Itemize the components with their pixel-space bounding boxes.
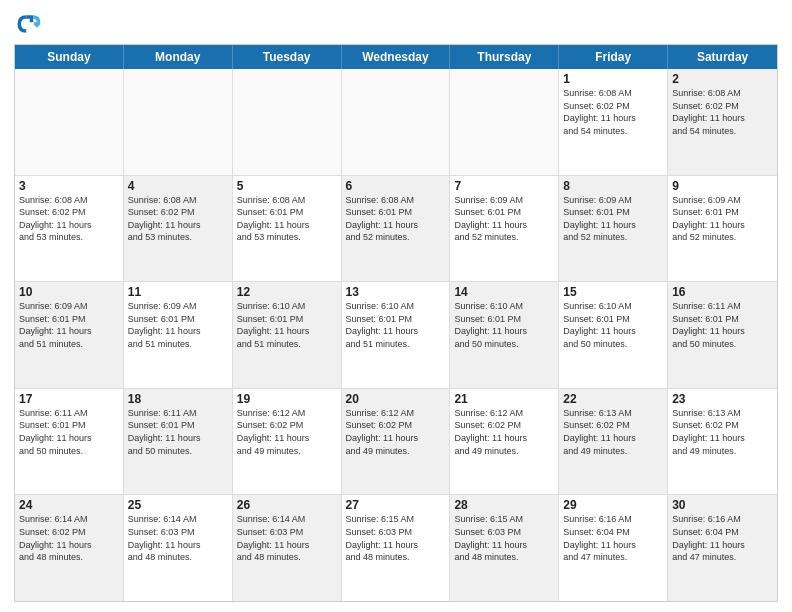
day-info: Sunrise: 6:14 AM Sunset: 6:03 PM Dayligh… xyxy=(237,513,337,563)
day-info: Sunrise: 6:11 AM Sunset: 6:01 PM Dayligh… xyxy=(672,300,773,350)
weekday-header: Sunday xyxy=(15,45,124,69)
calendar-cell: 18Sunrise: 6:11 AM Sunset: 6:01 PM Dayli… xyxy=(124,389,233,495)
day-number: 29 xyxy=(563,498,663,512)
day-number: 10 xyxy=(19,285,119,299)
calendar-cell: 10Sunrise: 6:09 AM Sunset: 6:01 PM Dayli… xyxy=(15,282,124,388)
calendar-cell: 15Sunrise: 6:10 AM Sunset: 6:01 PM Dayli… xyxy=(559,282,668,388)
day-info: Sunrise: 6:09 AM Sunset: 6:01 PM Dayligh… xyxy=(454,194,554,244)
day-number: 4 xyxy=(128,179,228,193)
calendar-cell: 22Sunrise: 6:13 AM Sunset: 6:02 PM Dayli… xyxy=(559,389,668,495)
day-number: 22 xyxy=(563,392,663,406)
calendar-cell: 6Sunrise: 6:08 AM Sunset: 6:01 PM Daylig… xyxy=(342,176,451,282)
calendar-cell: 16Sunrise: 6:11 AM Sunset: 6:01 PM Dayli… xyxy=(668,282,777,388)
day-info: Sunrise: 6:16 AM Sunset: 6:04 PM Dayligh… xyxy=(672,513,773,563)
day-info: Sunrise: 6:08 AM Sunset: 6:02 PM Dayligh… xyxy=(19,194,119,244)
calendar-cell: 26Sunrise: 6:14 AM Sunset: 6:03 PM Dayli… xyxy=(233,495,342,601)
calendar-cell xyxy=(450,69,559,175)
calendar-body: 1Sunrise: 6:08 AM Sunset: 6:02 PM Daylig… xyxy=(15,69,777,601)
weekday-header: Friday xyxy=(559,45,668,69)
day-number: 21 xyxy=(454,392,554,406)
calendar-cell: 4Sunrise: 6:08 AM Sunset: 6:02 PM Daylig… xyxy=(124,176,233,282)
calendar-cell: 23Sunrise: 6:13 AM Sunset: 6:02 PM Dayli… xyxy=(668,389,777,495)
calendar-cell: 1Sunrise: 6:08 AM Sunset: 6:02 PM Daylig… xyxy=(559,69,668,175)
calendar-header-row: SundayMondayTuesdayWednesdayThursdayFrid… xyxy=(15,45,777,69)
day-number: 13 xyxy=(346,285,446,299)
calendar-cell xyxy=(233,69,342,175)
day-info: Sunrise: 6:10 AM Sunset: 6:01 PM Dayligh… xyxy=(346,300,446,350)
calendar-cell: 27Sunrise: 6:15 AM Sunset: 6:03 PM Dayli… xyxy=(342,495,451,601)
calendar-cell: 2Sunrise: 6:08 AM Sunset: 6:02 PM Daylig… xyxy=(668,69,777,175)
day-number: 1 xyxy=(563,72,663,86)
day-info: Sunrise: 6:10 AM Sunset: 6:01 PM Dayligh… xyxy=(454,300,554,350)
calendar-cell xyxy=(15,69,124,175)
calendar-week-row: 3Sunrise: 6:08 AM Sunset: 6:02 PM Daylig… xyxy=(15,176,777,283)
day-number: 26 xyxy=(237,498,337,512)
day-number: 2 xyxy=(672,72,773,86)
day-info: Sunrise: 6:13 AM Sunset: 6:02 PM Dayligh… xyxy=(563,407,663,457)
calendar-cell: 3Sunrise: 6:08 AM Sunset: 6:02 PM Daylig… xyxy=(15,176,124,282)
day-info: Sunrise: 6:08 AM Sunset: 6:01 PM Dayligh… xyxy=(237,194,337,244)
day-number: 12 xyxy=(237,285,337,299)
calendar-cell xyxy=(124,69,233,175)
calendar-cell: 11Sunrise: 6:09 AM Sunset: 6:01 PM Dayli… xyxy=(124,282,233,388)
day-info: Sunrise: 6:10 AM Sunset: 6:01 PM Dayligh… xyxy=(563,300,663,350)
calendar-cell: 7Sunrise: 6:09 AM Sunset: 6:01 PM Daylig… xyxy=(450,176,559,282)
day-number: 11 xyxy=(128,285,228,299)
calendar-cell: 8Sunrise: 6:09 AM Sunset: 6:01 PM Daylig… xyxy=(559,176,668,282)
day-info: Sunrise: 6:10 AM Sunset: 6:01 PM Dayligh… xyxy=(237,300,337,350)
day-info: Sunrise: 6:15 AM Sunset: 6:03 PM Dayligh… xyxy=(454,513,554,563)
weekday-header: Monday xyxy=(124,45,233,69)
header xyxy=(14,10,778,38)
day-number: 6 xyxy=(346,179,446,193)
day-number: 23 xyxy=(672,392,773,406)
day-number: 30 xyxy=(672,498,773,512)
calendar: SundayMondayTuesdayWednesdayThursdayFrid… xyxy=(14,44,778,602)
day-info: Sunrise: 6:09 AM Sunset: 6:01 PM Dayligh… xyxy=(563,194,663,244)
day-number: 24 xyxy=(19,498,119,512)
day-number: 16 xyxy=(672,285,773,299)
weekday-header: Saturday xyxy=(668,45,777,69)
day-number: 19 xyxy=(237,392,337,406)
calendar-cell: 30Sunrise: 6:16 AM Sunset: 6:04 PM Dayli… xyxy=(668,495,777,601)
day-number: 20 xyxy=(346,392,446,406)
day-info: Sunrise: 6:15 AM Sunset: 6:03 PM Dayligh… xyxy=(346,513,446,563)
day-info: Sunrise: 6:08 AM Sunset: 6:02 PM Dayligh… xyxy=(128,194,228,244)
calendar-week-row: 1Sunrise: 6:08 AM Sunset: 6:02 PM Daylig… xyxy=(15,69,777,176)
weekday-header: Wednesday xyxy=(342,45,451,69)
calendar-cell: 29Sunrise: 6:16 AM Sunset: 6:04 PM Dayli… xyxy=(559,495,668,601)
day-info: Sunrise: 6:08 AM Sunset: 6:01 PM Dayligh… xyxy=(346,194,446,244)
calendar-cell: 21Sunrise: 6:12 AM Sunset: 6:02 PM Dayli… xyxy=(450,389,559,495)
day-info: Sunrise: 6:16 AM Sunset: 6:04 PM Dayligh… xyxy=(563,513,663,563)
day-number: 18 xyxy=(128,392,228,406)
day-number: 8 xyxy=(563,179,663,193)
calendar-cell xyxy=(342,69,451,175)
calendar-week-row: 24Sunrise: 6:14 AM Sunset: 6:02 PM Dayli… xyxy=(15,495,777,601)
day-info: Sunrise: 6:12 AM Sunset: 6:02 PM Dayligh… xyxy=(237,407,337,457)
calendar-cell: 20Sunrise: 6:12 AM Sunset: 6:02 PM Dayli… xyxy=(342,389,451,495)
day-info: Sunrise: 6:08 AM Sunset: 6:02 PM Dayligh… xyxy=(563,87,663,137)
calendar-cell: 17Sunrise: 6:11 AM Sunset: 6:01 PM Dayli… xyxy=(15,389,124,495)
day-number: 15 xyxy=(563,285,663,299)
day-number: 17 xyxy=(19,392,119,406)
calendar-cell: 25Sunrise: 6:14 AM Sunset: 6:03 PM Dayli… xyxy=(124,495,233,601)
calendar-week-row: 17Sunrise: 6:11 AM Sunset: 6:01 PM Dayli… xyxy=(15,389,777,496)
day-info: Sunrise: 6:09 AM Sunset: 6:01 PM Dayligh… xyxy=(672,194,773,244)
day-info: Sunrise: 6:11 AM Sunset: 6:01 PM Dayligh… xyxy=(128,407,228,457)
calendar-cell: 5Sunrise: 6:08 AM Sunset: 6:01 PM Daylig… xyxy=(233,176,342,282)
day-number: 25 xyxy=(128,498,228,512)
day-info: Sunrise: 6:09 AM Sunset: 6:01 PM Dayligh… xyxy=(19,300,119,350)
day-number: 7 xyxy=(454,179,554,193)
day-info: Sunrise: 6:09 AM Sunset: 6:01 PM Dayligh… xyxy=(128,300,228,350)
calendar-cell: 14Sunrise: 6:10 AM Sunset: 6:01 PM Dayli… xyxy=(450,282,559,388)
calendar-cell: 13Sunrise: 6:10 AM Sunset: 6:01 PM Dayli… xyxy=(342,282,451,388)
logo-icon xyxy=(14,10,42,38)
calendar-cell: 28Sunrise: 6:15 AM Sunset: 6:03 PM Dayli… xyxy=(450,495,559,601)
weekday-header: Tuesday xyxy=(233,45,342,69)
day-info: Sunrise: 6:08 AM Sunset: 6:02 PM Dayligh… xyxy=(672,87,773,137)
day-info: Sunrise: 6:13 AM Sunset: 6:02 PM Dayligh… xyxy=(672,407,773,457)
day-number: 28 xyxy=(454,498,554,512)
calendar-cell: 12Sunrise: 6:10 AM Sunset: 6:01 PM Dayli… xyxy=(233,282,342,388)
day-info: Sunrise: 6:12 AM Sunset: 6:02 PM Dayligh… xyxy=(346,407,446,457)
day-info: Sunrise: 6:11 AM Sunset: 6:01 PM Dayligh… xyxy=(19,407,119,457)
calendar-cell: 9Sunrise: 6:09 AM Sunset: 6:01 PM Daylig… xyxy=(668,176,777,282)
